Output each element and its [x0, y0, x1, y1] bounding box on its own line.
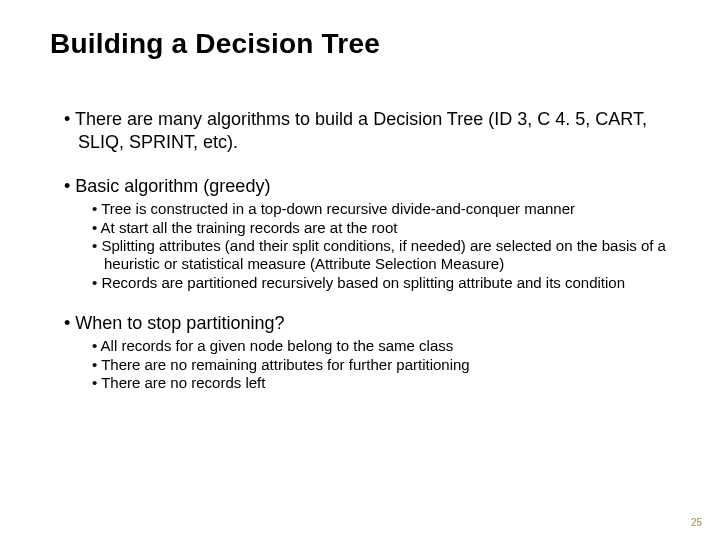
sub-bullet: All records for a given node belong to t… — [50, 337, 670, 355]
sublist-stop: All records for a given node belong to t… — [50, 337, 670, 392]
sublist-basic: Tree is constructed in a top-down recurs… — [50, 200, 670, 291]
page-number: 25 — [691, 517, 702, 528]
bullet-intro: There are many algorithms to build a Dec… — [50, 108, 670, 153]
bullet-basic-algorithm: Basic algorithm (greedy) — [50, 175, 670, 198]
sub-bullet: There are no records left — [50, 374, 670, 392]
sub-bullet: Splitting attributes (and their split co… — [50, 237, 670, 274]
sub-bullet: There are no remaining attributes for fu… — [50, 356, 670, 374]
sub-bullet: At start all the training records are at… — [50, 219, 670, 237]
slide-title: Building a Decision Tree — [50, 28, 670, 60]
bullet-stop-partitioning: When to stop partitioning? — [50, 312, 670, 335]
sub-bullet: Records are partitioned recursively base… — [50, 274, 670, 292]
sub-bullet: Tree is constructed in a top-down recurs… — [50, 200, 670, 218]
